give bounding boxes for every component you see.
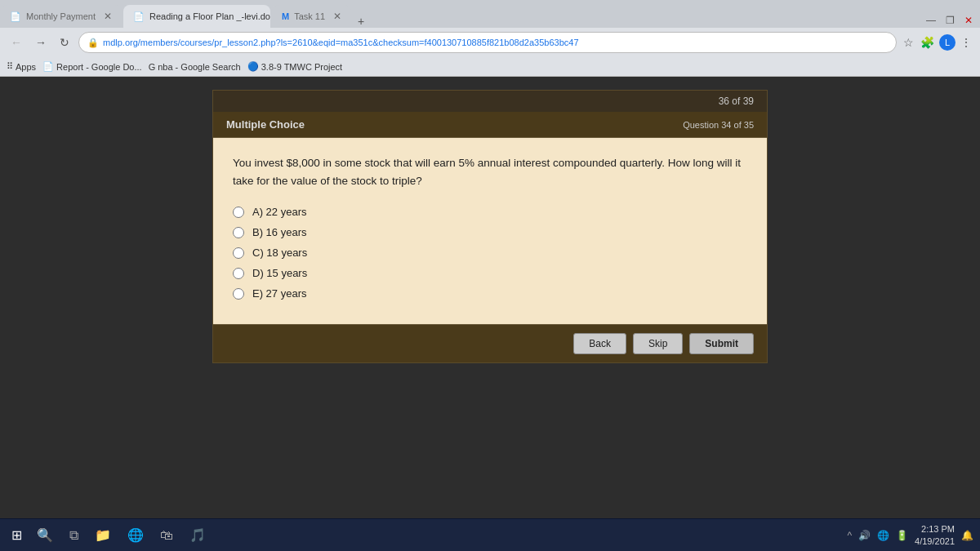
report-icon: 📄	[42, 61, 54, 72]
taskbar-spotify[interactable]: 🎵	[183, 524, 212, 546]
tab-icon-3: M	[282, 11, 289, 21]
taskbar-clock[interactable]: 2:13 PM 4/19/2021	[915, 523, 955, 547]
bookmark-star-button[interactable]: ☆	[902, 34, 915, 51]
tmwc-icon: 🔵	[247, 61, 259, 72]
tab-icon-2: 📄	[133, 11, 145, 22]
quiz-container: 36 of 39 Multiple Choice Question 34 of …	[212, 90, 768, 363]
new-tab-button[interactable]: +	[353, 15, 369, 28]
google-icon: G	[149, 62, 156, 72]
start-button[interactable]: ⊞	[7, 524, 27, 546]
radio-b[interactable]	[233, 227, 244, 238]
taskbar: ⊞ 🔍 ⧉ 📁 🌐 🛍 🎵 ^ 🔊 🌐 🔋 2:13 PM 4/19/2021 …	[0, 518, 980, 551]
bookmark-nba[interactable]: G nba - Google Search	[149, 62, 241, 72]
profile-button[interactable]: L	[939, 34, 956, 51]
tab-bar: 📄 Monthly Payment ✕ 📄 Reading a Floor Pl…	[0, 0, 980, 28]
taskbar-file-explorer[interactable]: 📁	[88, 524, 118, 546]
content-area: 36 of 39 Multiple Choice Question 34 of …	[0, 77, 980, 518]
option-a[interactable]: A) 22 years	[233, 206, 747, 218]
tray-volume[interactable]: 🔊	[858, 530, 871, 541]
bookmarks-bar: ⠿ Apps 📄 Report - Google Do... G nba - G…	[0, 57, 980, 77]
question-text: You invest $8,000 in some stock that wil…	[233, 154, 747, 189]
taskbar-taskview[interactable]: ⧉	[63, 525, 85, 546]
apps-icon: ⠿	[7, 61, 13, 72]
reload-button[interactable]: ↻	[56, 34, 74, 51]
quiz-footer: Back Skip Submit	[213, 324, 767, 362]
quiz-body: You invest $8,000 in some stock that wil…	[213, 138, 767, 324]
option-b[interactable]: B) 16 years	[233, 226, 747, 238]
quiz-type-label: Multiple Choice	[226, 118, 305, 131]
browser-window: 📄 Monthly Payment ✕ 📄 Reading a Floor Pl…	[0, 0, 980, 518]
tab-monthly-payment[interactable]: 📄 Monthly Payment ✕	[0, 5, 122, 28]
tray-network[interactable]: 🌐	[877, 530, 889, 541]
extensions-button[interactable]: 🧩	[919, 34, 936, 51]
tab-icon-1: 📄	[10, 11, 21, 22]
radio-a[interactable]	[233, 207, 244, 218]
taskbar-cortana[interactable]: 🔍	[30, 524, 60, 546]
bookmark-report[interactable]: 📄 Report - Google Do...	[42, 61, 142, 72]
tray-notification[interactable]: 🔔	[961, 530, 973, 541]
back-button[interactable]: ←	[7, 34, 26, 51]
tray-battery[interactable]: 🔋	[896, 530, 908, 541]
forward-button[interactable]: →	[31, 34, 51, 51]
bookmark-apps[interactable]: ⠿ Apps	[7, 61, 36, 72]
quiz-header: Multiple Choice Question 34 of 35	[213, 112, 767, 138]
radio-d[interactable]	[233, 268, 244, 279]
option-d[interactable]: D) 15 years	[233, 267, 747, 279]
tab-task11[interactable]: M Task 11 ✕	[272, 5, 351, 28]
radio-e[interactable]	[233, 288, 244, 300]
back-quiz-button[interactable]: Back	[573, 333, 626, 354]
radio-c[interactable]	[233, 247, 244, 259]
url-text: mdlp.org/members/courses/pr_lesson2.php?…	[103, 38, 888, 47]
tray-chevron[interactable]: ^	[847, 530, 852, 541]
question-number-label: Question 34 of 35	[683, 120, 754, 130]
progress-indicator: 36 of 39	[213, 91, 767, 112]
answer-options: A) 22 years B) 16 years C) 18 years D) 1…	[233, 206, 747, 300]
tab-close-1[interactable]: ✕	[104, 11, 112, 22]
restore-button[interactable]: ❐	[942, 13, 959, 28]
skip-button[interactable]: Skip	[633, 333, 683, 354]
option-c[interactable]: C) 18 years	[233, 247, 747, 259]
close-button[interactable]: ✕	[960, 13, 977, 28]
nav-bar: ← → ↻ 🔒 mdlp.org/members/courses/pr_less…	[0, 28, 980, 57]
taskbar-edge[interactable]: 🌐	[121, 524, 150, 546]
lock-icon: 🔒	[87, 38, 99, 48]
minimize-button[interactable]: —	[922, 13, 940, 28]
progress-text: 36 of 39	[719, 96, 754, 107]
tab-close-3[interactable]: ✕	[333, 11, 341, 22]
address-bar[interactable]: 🔒 mdlp.org/members/courses/pr_lesson2.ph…	[78, 32, 897, 53]
taskbar-store[interactable]: 🛍	[154, 525, 180, 546]
menu-button[interactable]: ⋮	[959, 34, 973, 51]
tab-reading-floor-plan[interactable]: 📄 Reading a Floor Plan _-levi.docx ✕	[123, 5, 270, 28]
submit-button[interactable]: Submit	[689, 333, 754, 354]
taskbar-tray: ^ 🔊 🌐 🔋 2:13 PM 4/19/2021 🔔	[847, 523, 973, 547]
bookmark-tmwc[interactable]: 🔵 3.8-9 TMWC Project	[247, 61, 342, 72]
option-e[interactable]: E) 27 years	[233, 287, 747, 300]
nav-actions: ☆ 🧩 L ⋮	[902, 34, 973, 51]
